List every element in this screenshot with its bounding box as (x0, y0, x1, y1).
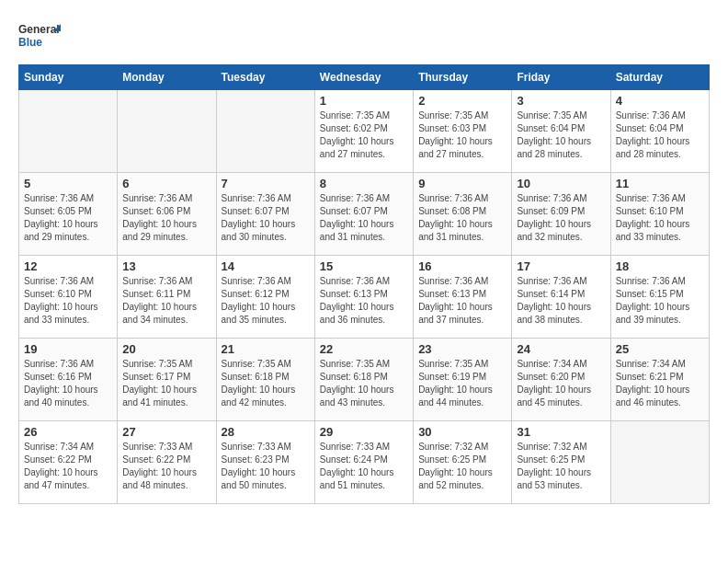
day-cell: 13Sunrise: 7:36 AM Sunset: 6:11 PM Dayli… (118, 256, 216, 339)
day-info: Sunrise: 7:36 AM Sunset: 6:08 PM Dayligh… (418, 192, 506, 244)
day-header-friday: Friday (512, 65, 610, 90)
day-info: Sunrise: 7:33 AM Sunset: 6:24 PM Dayligh… (320, 441, 408, 492)
week-row-4: 19Sunrise: 7:36 AM Sunset: 6:16 PM Dayli… (19, 339, 710, 421)
day-info: Sunrise: 7:36 AM Sunset: 6:07 PM Dayligh… (320, 192, 408, 244)
day-cell: 31Sunrise: 7:32 AM Sunset: 6:25 PM Dayli… (512, 421, 610, 504)
day-number: 27 (122, 425, 210, 439)
day-cell: 7Sunrise: 7:36 AM Sunset: 6:07 PM Daylig… (216, 173, 314, 256)
day-cell: 3Sunrise: 7:35 AM Sunset: 6:04 PM Daylig… (512, 90, 610, 173)
day-cell: 1Sunrise: 7:35 AM Sunset: 6:02 PM Daylig… (314, 90, 413, 173)
day-number: 30 (418, 425, 506, 439)
day-cell: 4Sunrise: 7:36 AM Sunset: 6:04 PM Daylig… (610, 90, 709, 173)
day-info: Sunrise: 7:36 AM Sunset: 6:10 PM Dayligh… (24, 275, 112, 327)
day-cell: 8Sunrise: 7:36 AM Sunset: 6:07 PM Daylig… (314, 173, 413, 256)
day-cell: 17Sunrise: 7:36 AM Sunset: 6:14 PM Dayli… (512, 256, 610, 339)
svg-text:General: General (18, 23, 60, 36)
day-info: Sunrise: 7:35 AM Sunset: 6:18 PM Dayligh… (222, 358, 310, 409)
day-info: Sunrise: 7:36 AM Sunset: 6:16 PM Dayligh… (24, 358, 112, 409)
day-number: 28 (222, 425, 310, 439)
day-info: Sunrise: 7:34 AM Sunset: 6:20 PM Dayligh… (517, 358, 605, 409)
page-header: General Blue (18, 18, 710, 55)
day-cell: 23Sunrise: 7:35 AM Sunset: 6:19 PM Dayli… (414, 339, 512, 421)
day-cell: 14Sunrise: 7:36 AM Sunset: 6:12 PM Dayli… (216, 256, 314, 339)
day-number: 19 (24, 342, 112, 356)
day-info: Sunrise: 7:35 AM Sunset: 6:04 PM Dayligh… (517, 109, 605, 161)
day-info: Sunrise: 7:32 AM Sunset: 6:25 PM Dayligh… (517, 441, 605, 492)
day-number: 8 (320, 177, 408, 190)
day-info: Sunrise: 7:36 AM Sunset: 6:05 PM Dayligh… (24, 192, 112, 244)
week-row-1: 1Sunrise: 7:35 AM Sunset: 6:02 PM Daylig… (19, 90, 710, 173)
week-row-5: 26Sunrise: 7:34 AM Sunset: 6:22 PM Dayli… (19, 421, 710, 504)
day-header-tuesday: Tuesday (216, 65, 314, 90)
day-number: 1 (320, 94, 408, 108)
day-info: Sunrise: 7:35 AM Sunset: 6:18 PM Dayligh… (320, 358, 408, 409)
day-cell (610, 421, 709, 504)
day-number: 14 (222, 259, 310, 273)
day-header-wednesday: Wednesday (314, 65, 413, 90)
day-cell: 9Sunrise: 7:36 AM Sunset: 6:08 PM Daylig… (414, 173, 512, 256)
day-cell: 20Sunrise: 7:35 AM Sunset: 6:17 PM Dayli… (118, 339, 216, 421)
day-info: Sunrise: 7:35 AM Sunset: 6:17 PM Dayligh… (122, 358, 210, 409)
day-number: 25 (616, 342, 704, 356)
day-info: Sunrise: 7:36 AM Sunset: 6:13 PM Dayligh… (320, 275, 408, 327)
day-cell: 19Sunrise: 7:36 AM Sunset: 6:16 PM Dayli… (19, 339, 118, 421)
svg-text:Blue: Blue (18, 36, 42, 49)
day-number: 2 (418, 94, 506, 108)
day-number: 3 (517, 94, 605, 108)
day-cell: 18Sunrise: 7:36 AM Sunset: 6:15 PM Dayli… (610, 256, 709, 339)
day-number: 21 (222, 342, 310, 356)
day-cell: 21Sunrise: 7:35 AM Sunset: 6:18 PM Dayli… (216, 339, 314, 421)
day-header-saturday: Saturday (610, 65, 709, 90)
day-header-monday: Monday (118, 65, 216, 90)
day-cell: 29Sunrise: 7:33 AM Sunset: 6:24 PM Dayli… (314, 421, 413, 504)
day-info: Sunrise: 7:36 AM Sunset: 6:04 PM Dayligh… (616, 109, 704, 161)
day-info: Sunrise: 7:36 AM Sunset: 6:10 PM Dayligh… (616, 192, 704, 244)
day-cell: 11Sunrise: 7:36 AM Sunset: 6:10 PM Dayli… (610, 173, 709, 256)
day-number: 17 (517, 259, 605, 273)
day-cell: 16Sunrise: 7:36 AM Sunset: 6:13 PM Dayli… (414, 256, 512, 339)
day-info: Sunrise: 7:35 AM Sunset: 6:03 PM Dayligh… (418, 109, 506, 161)
day-cell: 25Sunrise: 7:34 AM Sunset: 6:21 PM Dayli… (610, 339, 709, 421)
day-number: 12 (24, 259, 112, 273)
day-cell: 26Sunrise: 7:34 AM Sunset: 6:22 PM Dayli… (19, 421, 118, 504)
day-header-sunday: Sunday (19, 65, 118, 90)
logo-svg: General Blue (18, 18, 64, 55)
day-number: 20 (122, 342, 210, 356)
day-info: Sunrise: 7:36 AM Sunset: 6:09 PM Dayligh… (517, 192, 605, 244)
day-cell: 27Sunrise: 7:33 AM Sunset: 6:22 PM Dayli… (118, 421, 216, 504)
day-cell: 28Sunrise: 7:33 AM Sunset: 6:23 PM Dayli… (216, 421, 314, 504)
day-cell: 15Sunrise: 7:36 AM Sunset: 6:13 PM Dayli… (314, 256, 413, 339)
day-number: 22 (320, 342, 408, 356)
day-info: Sunrise: 7:36 AM Sunset: 6:06 PM Dayligh… (122, 192, 210, 244)
day-number: 4 (616, 94, 704, 108)
day-cell: 10Sunrise: 7:36 AM Sunset: 6:09 PM Dayli… (512, 173, 610, 256)
day-info: Sunrise: 7:33 AM Sunset: 6:23 PM Dayligh… (222, 441, 310, 492)
day-cell: 22Sunrise: 7:35 AM Sunset: 6:18 PM Dayli… (314, 339, 413, 421)
day-info: Sunrise: 7:36 AM Sunset: 6:11 PM Dayligh… (122, 275, 210, 327)
day-number: 23 (418, 342, 506, 356)
day-number: 13 (122, 259, 210, 273)
day-number: 11 (616, 177, 704, 190)
day-cell (19, 90, 118, 173)
day-cell: 24Sunrise: 7:34 AM Sunset: 6:20 PM Dayli… (512, 339, 610, 421)
day-info: Sunrise: 7:36 AM Sunset: 6:15 PM Dayligh… (616, 275, 704, 327)
day-number: 7 (222, 177, 310, 190)
day-cell: 12Sunrise: 7:36 AM Sunset: 6:10 PM Dayli… (19, 256, 118, 339)
day-header-thursday: Thursday (414, 65, 512, 90)
week-row-3: 12Sunrise: 7:36 AM Sunset: 6:10 PM Dayli… (19, 256, 710, 339)
day-info: Sunrise: 7:32 AM Sunset: 6:25 PM Dayligh… (418, 441, 506, 492)
day-number: 5 (24, 177, 112, 190)
day-cell (216, 90, 314, 173)
day-info: Sunrise: 7:36 AM Sunset: 6:12 PM Dayligh… (222, 275, 310, 327)
day-info: Sunrise: 7:34 AM Sunset: 6:21 PM Dayligh… (616, 358, 704, 409)
day-number: 24 (517, 342, 605, 356)
day-number: 10 (517, 177, 605, 190)
day-info: Sunrise: 7:33 AM Sunset: 6:22 PM Dayligh… (122, 441, 210, 492)
day-cell (118, 90, 216, 173)
day-cell: 30Sunrise: 7:32 AM Sunset: 6:25 PM Dayli… (414, 421, 512, 504)
day-info: Sunrise: 7:36 AM Sunset: 6:07 PM Dayligh… (222, 192, 310, 244)
logo: General Blue (18, 18, 64, 55)
day-cell: 5Sunrise: 7:36 AM Sunset: 6:05 PM Daylig… (19, 173, 118, 256)
day-info: Sunrise: 7:36 AM Sunset: 6:14 PM Dayligh… (517, 275, 605, 327)
day-number: 16 (418, 259, 506, 273)
